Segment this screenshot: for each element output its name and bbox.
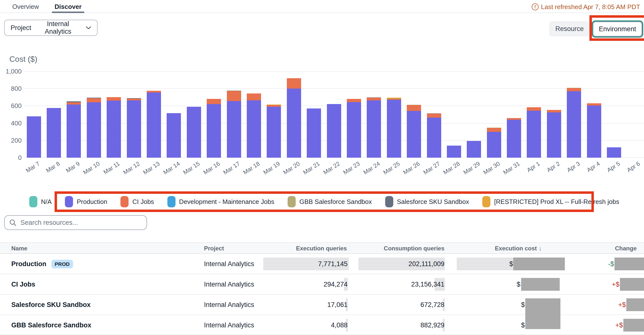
x-axis-tick-label: Apr 1	[526, 160, 541, 174]
bar-slot[interactable]: Apr 2	[544, 71, 564, 158]
project-cell: Internal Analytics	[204, 295, 254, 315]
bar-slot[interactable]: Mar 19	[264, 71, 284, 158]
search-input[interactable]	[20, 219, 142, 226]
stacked-bar	[527, 71, 541, 158]
bar-slot[interactable]: Mar 26	[404, 71, 424, 158]
bar-slot[interactable]: Mar 22	[324, 71, 344, 158]
y-axis-tick-label: 1,000	[0, 68, 22, 75]
stacked-bar	[147, 71, 161, 158]
toggle-environment-button[interactable]: Environment	[593, 22, 642, 37]
bar-slot[interactable]: Mar 20	[284, 71, 304, 158]
bar-segment	[207, 99, 221, 104]
x-axis-tick-label: Mar 15	[182, 160, 201, 176]
stacked-bar	[447, 71, 461, 158]
x-axis-tick-label: Mar 31	[502, 160, 521, 176]
bar-slot[interactable]: Apr 6	[624, 71, 644, 158]
x-axis-tick-label: Mar 12	[122, 160, 141, 176]
bar-slot[interactable]: Mar 18	[244, 71, 264, 158]
execution-queries-value: 4,088	[331, 315, 348, 335]
bar-slot[interactable]: Mar 8	[44, 71, 64, 158]
bar-slot[interactable]: Mar 28	[444, 71, 464, 158]
legend-swatch-icon	[65, 196, 73, 207]
bar-slot[interactable]: Mar 21	[304, 71, 324, 158]
column-header-consumption-queries[interactable]: Consumption queries	[384, 243, 444, 254]
legend-label: [RESTRICTED] Prod XL -- Full-Refresh job…	[494, 198, 619, 206]
legend-swatch-icon	[168, 196, 176, 207]
column-header-project[interactable]: Project	[204, 243, 224, 254]
legend-item[interactable]: CI Jobs	[120, 196, 154, 207]
stacked-bar	[427, 71, 441, 158]
x-axis-tick-label: Mar 25	[382, 160, 401, 176]
legend-label: Salesforce SKU Sandbox	[397, 198, 469, 206]
bar-slot[interactable]: Mar 31	[504, 71, 524, 158]
x-axis-tick-label: Mar 29	[462, 160, 481, 176]
bar-slot[interactable]: Mar 15	[184, 71, 204, 158]
legend-item[interactable]: Salesforce SKU Sandbox	[385, 196, 469, 207]
resource-name: GBB Salesforce Sandbox	[11, 315, 92, 335]
tab-overview[interactable]: Overview	[12, 2, 39, 11]
bar-slot[interactable]: Mar 17	[224, 71, 244, 158]
y-axis-tick-label: 200	[0, 137, 22, 144]
bar-slot[interactable]: Mar 27	[424, 71, 444, 158]
bar-slot[interactable]: Mar 14	[164, 71, 184, 158]
legend-item[interactable]: N/A	[29, 196, 52, 207]
stacked-bar	[167, 71, 181, 158]
bar-slot[interactable]: Mar 7	[24, 71, 44, 158]
change-value: +$	[612, 274, 620, 295]
legend-item[interactable]: GBB Salesforce Sandbox	[288, 196, 372, 207]
bar-segment	[47, 108, 61, 158]
column-header-execution-queries[interactable]: Execution queries	[296, 243, 347, 254]
bar-slot[interactable]: Mar 29	[464, 71, 484, 158]
bar-slot[interactable]: Mar 11	[104, 71, 124, 158]
bar-slot[interactable]: Apr 5	[604, 71, 624, 158]
column-header-change[interactable]: Change	[615, 243, 637, 254]
x-axis-tick-label: Mar 23	[342, 160, 361, 176]
bar-slot[interactable]: Mar 25	[384, 71, 404, 158]
bar-slot[interactable]: Apr 1	[524, 71, 544, 158]
redacted-value	[521, 278, 560, 291]
redacted-value	[626, 298, 644, 311]
bar-segment	[547, 110, 561, 112]
consumption-queries-value: 672,728	[420, 295, 444, 315]
bar-segment	[107, 97, 121, 101]
execution-queries-value: 7,771,145	[318, 254, 348, 274]
warning-icon: !	[532, 4, 538, 10]
toggle-resource-button[interactable]: Resource	[549, 21, 590, 37]
legend-label: Development - Maintenance Jobs	[179, 198, 274, 206]
x-axis-tick-label: Mar 19	[262, 160, 281, 176]
tab-discover[interactable]: Discover	[54, 2, 82, 11]
x-axis-tick-label: Mar 13	[142, 160, 161, 176]
stacked-bar	[47, 71, 61, 158]
change-value: +$	[618, 295, 626, 315]
bar-segment	[107, 101, 121, 158]
x-axis-tick-label: Apr 6	[626, 160, 641, 174]
bar-slot[interactable]: Mar 10	[84, 71, 104, 158]
change-value: +$	[615, 315, 623, 335]
bar-segment	[507, 120, 521, 158]
legend-item[interactable]: [RESTRICTED] Prod XL -- Full-Refresh job…	[482, 196, 619, 207]
project-filter-dropdown[interactable]: Project Internal Analytics	[4, 20, 98, 36]
x-axis-tick-label: Mar 30	[482, 160, 501, 176]
legend-swatch-icon	[29, 196, 37, 207]
bar-slot[interactable]: Mar 13	[144, 71, 164, 158]
legend-label: Production	[77, 198, 107, 206]
legend-item[interactable]: Production	[65, 196, 107, 207]
bar-segment	[267, 107, 281, 158]
bar-slot[interactable]: Apr 4	[584, 71, 604, 158]
bar-slot[interactable]: Mar 9	[64, 71, 84, 158]
bar-slot[interactable]: Mar 30	[484, 71, 504, 158]
stacked-bar	[247, 71, 261, 158]
legend-item[interactable]: Development - Maintenance Jobs	[168, 196, 274, 207]
bar-slot[interactable]: Mar 16	[204, 71, 224, 158]
stacked-bar	[627, 71, 641, 158]
bar-slot[interactable]: Mar 23	[344, 71, 364, 158]
bar-segment	[587, 103, 601, 106]
column-header-name[interactable]: Name	[11, 243, 27, 254]
column-header-execution-cost[interactable]: Execution cost↓	[495, 243, 542, 254]
bar-slot[interactable]: Mar 24	[364, 71, 384, 158]
bar-slot[interactable]: Apr 3	[564, 71, 584, 158]
bar-slot[interactable]: Mar 12	[124, 71, 144, 158]
bar-segment	[347, 99, 361, 102]
project-filter-value: Internal Analytics	[36, 20, 80, 36]
legend-swatch-icon	[120, 196, 128, 207]
